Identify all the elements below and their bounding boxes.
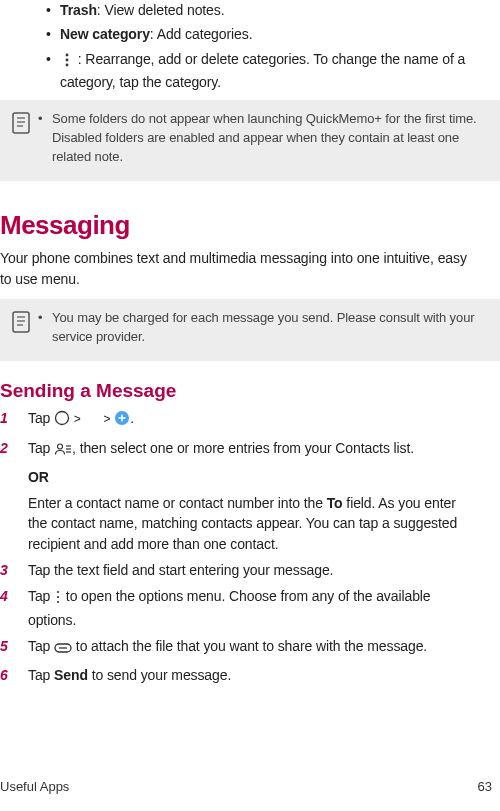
attach-icon: [54, 639, 72, 659]
note2-list: You may be charged for each message you …: [38, 309, 484, 351]
newcat-label: New category: [60, 26, 150, 42]
step4-b: to open the options menu. Choose from an…: [28, 588, 431, 627]
chevron-1: >: [74, 411, 81, 428]
section-desc: Your phone combines text and multimedia …: [0, 248, 472, 289]
steps-list: Tap > > . Tap , then select one or more …: [0, 408, 472, 685]
circle-icon: [54, 410, 70, 431]
svg-rect-7: [13, 312, 29, 332]
more-options-icon: [60, 52, 74, 72]
top-bullet-list: Trash: View deleted notes. New category:…: [46, 0, 472, 92]
step-1: Tap > > .: [0, 408, 472, 431]
svg-point-2: [66, 63, 69, 66]
note-box-1: Some folders do not appear when launchin…: [0, 100, 500, 181]
subsection-title: Sending a Message: [0, 377, 472, 405]
svg-rect-3: [13, 113, 29, 133]
step2-to: To: [327, 495, 343, 511]
step-6: Tap Send to send your message.: [0, 665, 472, 685]
svg-point-15: [58, 444, 63, 449]
step2-or: OR: [28, 467, 472, 487]
bullet-trash: Trash: View deleted notes.: [46, 0, 472, 20]
plus-circle-icon: [114, 410, 130, 431]
step5-a: Tap: [28, 638, 54, 654]
newcat-desc: : Add categories.: [150, 26, 253, 42]
svg-point-1: [66, 58, 69, 61]
note2-text: You may be charged for each message you …: [38, 309, 484, 347]
step1-dot: .: [130, 410, 134, 426]
section-title: Messaging: [0, 207, 472, 245]
contact-icon: [54, 441, 72, 461]
step5-b: to attach the file that you want to shar…: [72, 638, 427, 654]
chevron-2: >: [104, 411, 111, 428]
note-icon: [12, 311, 30, 338]
svg-point-21: [57, 601, 59, 603]
step1-a: Tap: [28, 410, 54, 426]
step2-b: , then select one or more entries from y…: [72, 440, 414, 456]
svg-point-0: [66, 53, 69, 56]
more-desc: : Rearrange, add or delete categories. T…: [60, 51, 465, 90]
step-5: Tap to attach the file that you want to …: [0, 636, 472, 659]
step-3: Tap the text field and start entering yo…: [0, 560, 472, 580]
trash-desc: : View deleted notes.: [97, 2, 225, 18]
trash-label: Trash: [60, 2, 97, 18]
svg-point-19: [57, 591, 59, 593]
step3-text: Tap the text field and start entering yo…: [28, 560, 472, 580]
step6-a: Tap: [28, 667, 54, 683]
svg-point-11: [56, 412, 69, 425]
step6-b: to send your message.: [88, 667, 231, 683]
step2-a: Tap: [28, 440, 54, 456]
bullet-more: : Rearrange, add or delete categories. T…: [46, 49, 472, 93]
footer-section: Useful Apps: [0, 778, 69, 797]
step6-send: Send: [54, 667, 88, 683]
note1-list: Some folders do not appear when launchin…: [38, 110, 484, 171]
kebab-icon: [54, 589, 62, 609]
step4-a: Tap: [28, 588, 54, 604]
bullet-new-category: New category: Add categories.: [46, 24, 472, 44]
note-icon: [12, 112, 30, 139]
note-box-2: You may be charged for each message you …: [0, 299, 500, 361]
footer-page: 63: [478, 778, 492, 797]
note1-text: Some folders do not appear when launchin…: [38, 110, 484, 167]
svg-point-20: [57, 596, 59, 598]
step2-c1: Enter a contact name or contact number i…: [28, 495, 327, 511]
page-footer: Useful Apps 63: [0, 778, 500, 797]
step-2: Tap , then select one or more entries fr…: [0, 438, 472, 554]
step-4: Tap to open the options menu. Choose fro…: [0, 586, 472, 630]
